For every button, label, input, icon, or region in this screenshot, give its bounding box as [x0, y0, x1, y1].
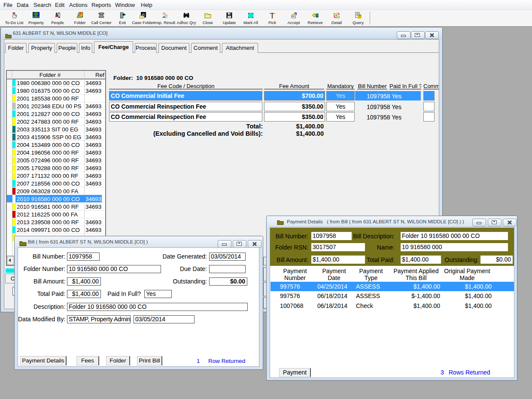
- svg-text:P: P: [79, 12, 82, 16]
- svg-text:?: ?: [359, 14, 361, 18]
